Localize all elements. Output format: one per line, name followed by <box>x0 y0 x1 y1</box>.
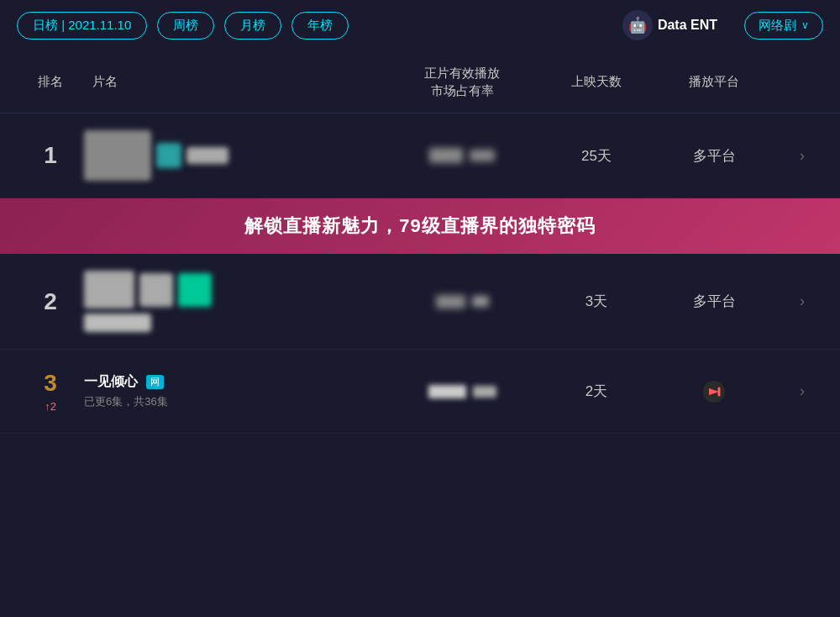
logo-robot-icon: 🤖 <box>622 10 653 40</box>
thumbnail-accent <box>178 273 212 307</box>
pct-bar-1 <box>429 148 463 163</box>
logo-text: Data ENT <box>658 18 717 33</box>
table-header: 排名 片名 正片有效播放市场占有率 上映天数 播放平台 <box>0 50 840 113</box>
days-value: 2天 <box>546 382 647 401</box>
show-title: 一见倾心 <box>84 373 138 391</box>
platform-value: 多平台 <box>647 292 781 311</box>
thumbnail-image <box>84 271 134 308</box>
pct-bar-1 <box>428 385 466 398</box>
platform-icon-area <box>647 380 781 403</box>
weekly-filter-pill[interactable]: 周榜 <box>157 12 214 40</box>
rank-change-indicator: ↑2 <box>17 400 84 413</box>
row2-thumbnail <box>84 271 378 332</box>
chevron-down-icon: ∨ <box>801 19 809 31</box>
platform-value: 多平台 <box>647 146 781 166</box>
network-badge: 网 <box>146 375 164 389</box>
category-label: 网络剧 <box>759 18 796 34</box>
top-navigation: 日榜 | 2021.11.10 周榜 月榜 年榜 🤖 Data ENT 网络剧 … <box>0 0 840 50</box>
pct-bar-2 <box>472 296 489 307</box>
promotion-banner[interactable]: 解锁直播新魅力，79级直播界的独特密码 <box>0 198 840 254</box>
header-platform: 播放平台 <box>647 74 781 90</box>
header-rank: 排名 <box>17 74 84 90</box>
rank-number: 3 ↑2 <box>17 370 84 413</box>
thumbnail-block2 <box>139 273 173 307</box>
row-detail-button[interactable]: › <box>781 293 823 310</box>
row-detail-button[interactable]: › <box>781 382 823 400</box>
thumbnail-sm <box>186 147 228 164</box>
market-share-value <box>378 385 546 398</box>
table-row[interactable]: 3 ↑2 一见倾心 网 已更6集，共36集 2天 › <box>0 350 840 434</box>
pct-bar-2 <box>470 150 495 161</box>
pct-bar-2 <box>473 386 496 398</box>
table-row[interactable]: 2 3天 多平台 › <box>0 254 840 350</box>
show-subtitle: 已更6集，共36集 <box>84 394 378 409</box>
logo: 🤖 Data ENT <box>622 10 717 40</box>
header-market-share: 正片有效播放市场占有率 <box>378 64 546 99</box>
row-detail-button[interactable]: › <box>781 147 823 165</box>
rank-number: 2 <box>17 288 84 315</box>
row1-thumbnail <box>84 130 378 181</box>
days-value: 25天 <box>546 146 647 166</box>
thumbnail-image <box>84 130 151 181</box>
header-days: 上映天数 <box>546 74 647 90</box>
thumbnail-accent <box>156 143 181 168</box>
pct-bar-1 <box>436 295 465 308</box>
thumbnail-wide <box>84 314 151 332</box>
header-title: 片名 <box>84 74 378 90</box>
date-filter-pill[interactable]: 日榜 | 2021.11.10 <box>17 12 147 40</box>
table-row[interactable]: 1 25天 多平台 › <box>0 113 840 198</box>
tencent-video-icon <box>702 380 726 403</box>
rank-number: 1 <box>17 142 84 169</box>
row3-title-area: 一见倾心 网 已更6集，共36集 <box>84 373 378 409</box>
yearly-filter-pill[interactable]: 年榜 <box>291 12 349 40</box>
market-share-value <box>378 295 546 308</box>
days-value: 3天 <box>546 292 647 311</box>
category-dropdown[interactable]: 网络剧 ∨ <box>744 12 823 40</box>
monthly-filter-pill[interactable]: 月榜 <box>224 12 281 40</box>
banner-text: 解锁直播新魅力，79级直播界的独特密码 <box>244 215 595 236</box>
market-share-value <box>378 148 546 163</box>
